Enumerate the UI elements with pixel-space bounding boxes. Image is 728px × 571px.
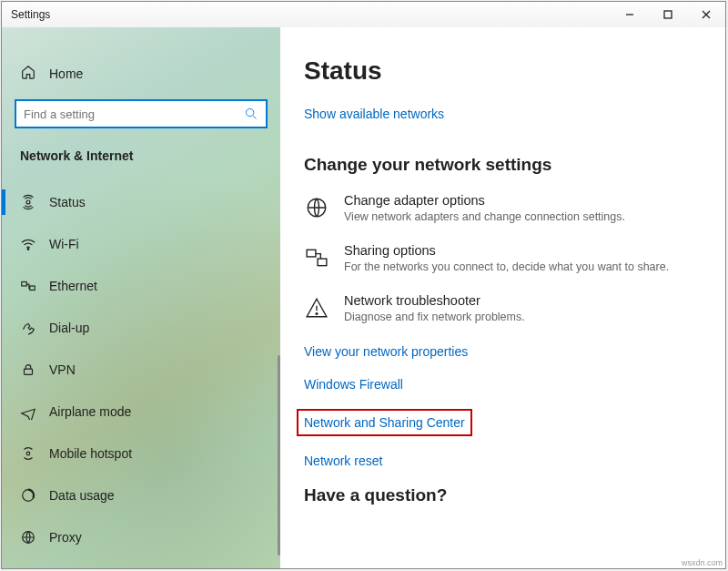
nav-item-hotspot[interactable]: Mobile hotspot — [2, 433, 280, 474]
nav-label: Dial-up — [49, 321, 89, 335]
nav-item-datausage[interactable]: Data usage — [2, 474, 280, 516]
sharing-icon — [304, 245, 329, 270]
nav: Status Wi-Fi Ethernet Dial-up VPN — [2, 181, 280, 558]
nav-item-proxy[interactable]: Proxy — [2, 516, 280, 558]
ethernet-icon — [20, 278, 36, 294]
watermark: wsxdn.com — [682, 558, 723, 567]
content: Home Network & Internet Status Wi-Fi — [2, 27, 725, 568]
sharing-title: Sharing options — [344, 243, 669, 258]
highlight-box: Network and Sharing Center — [297, 409, 472, 436]
nav-item-wifi[interactable]: Wi-Fi — [2, 223, 280, 265]
titlebar: Settings — [2, 2, 725, 27]
search-input[interactable] — [16, 107, 237, 121]
data-usage-icon — [20, 487, 36, 504]
page-title: Status — [304, 56, 702, 86]
nav-label: VPN — [49, 362, 76, 377]
maximize-button[interactable] — [649, 2, 687, 27]
vpn-icon — [20, 362, 36, 378]
svg-point-18 — [316, 313, 318, 315]
svg-rect-8 — [22, 282, 26, 287]
close-button[interactable] — [687, 2, 725, 27]
trouble-title: Network troubleshooter — [344, 293, 525, 308]
nav-label: Airplane mode — [49, 404, 131, 419]
link-network-reset[interactable]: Network reset — [304, 454, 382, 468]
svg-rect-16 — [318, 259, 327, 266]
dialup-icon — [20, 320, 36, 336]
nav-label: Wi-Fi — [49, 237, 79, 251]
svg-point-6 — [26, 200, 30, 204]
nav-label: Status — [49, 195, 86, 209]
nav-item-status[interactable]: Status — [2, 181, 280, 223]
row-sharing-options[interactable]: Sharing options For the networks you con… — [304, 243, 702, 273]
svg-rect-15 — [307, 250, 316, 257]
main-pane: Status Show available networks Change yo… — [280, 27, 725, 568]
svg-rect-10 — [25, 369, 33, 374]
svg-rect-9 — [30, 286, 35, 291]
link-windows-firewall[interactable]: Windows Firewall — [304, 377, 403, 392]
adapter-title: Change adapter options — [344, 193, 625, 208]
proxy-icon — [20, 529, 36, 546]
airplane-icon — [20, 403, 36, 420]
link-network-sharing-center[interactable]: Network and Sharing Center — [304, 415, 465, 430]
nav-item-ethernet[interactable]: Ethernet — [2, 265, 280, 307]
nav-item-vpn[interactable]: VPN — [2, 349, 280, 391]
home-icon — [20, 64, 36, 83]
trouble-desc: Diagnose and fix network problems. — [344, 311, 525, 323]
svg-rect-1 — [664, 11, 672, 18]
home-link[interactable]: Home — [2, 60, 280, 92]
search-icon — [237, 101, 266, 127]
sharing-desc: For the networks you connect to, decide … — [344, 260, 669, 273]
sidebar: Home Network & Internet Status Wi-Fi — [2, 27, 280, 568]
home-label: Home — [49, 66, 83, 81]
svg-point-7 — [27, 249, 29, 250]
minimize-button[interactable] — [611, 2, 649, 27]
window-title: Settings — [2, 8, 611, 21]
nav-label: Ethernet — [49, 279, 97, 293]
nav-label: Data usage — [49, 488, 115, 503]
section-title-change: Change your network settings — [304, 155, 702, 175]
settings-window: Settings Home Network & Internet — [1, 1, 726, 569]
row-adapter-options[interactable]: Change adapter options View network adap… — [304, 193, 702, 223]
window-controls — [611, 2, 725, 27]
nav-label: Proxy — [49, 530, 82, 545]
warning-icon — [304, 295, 329, 321]
globe-icon — [304, 195, 329, 220]
nav-item-airplane[interactable]: Airplane mode — [2, 391, 280, 433]
adapter-desc: View network adapters and change connect… — [344, 210, 625, 223]
row-troubleshooter[interactable]: Network troubleshooter Diagnose and fix … — [304, 293, 702, 323]
svg-line-5 — [253, 116, 257, 119]
link-show-networks[interactable]: Show available networks — [304, 107, 444, 121]
svg-point-11 — [26, 452, 30, 455]
status-icon — [20, 194, 36, 210]
search-box[interactable] — [15, 99, 268, 128]
nav-label: Mobile hotspot — [49, 446, 132, 461]
hotspot-icon — [20, 445, 36, 462]
svg-point-4 — [246, 108, 253, 116]
link-network-properties[interactable]: View your network properties — [304, 344, 468, 359]
nav-item-dialup[interactable]: Dial-up — [2, 307, 280, 349]
category-title: Network & Internet — [2, 145, 280, 181]
wifi-icon — [20, 236, 36, 252]
section-title-question: Have a question? — [304, 485, 702, 505]
